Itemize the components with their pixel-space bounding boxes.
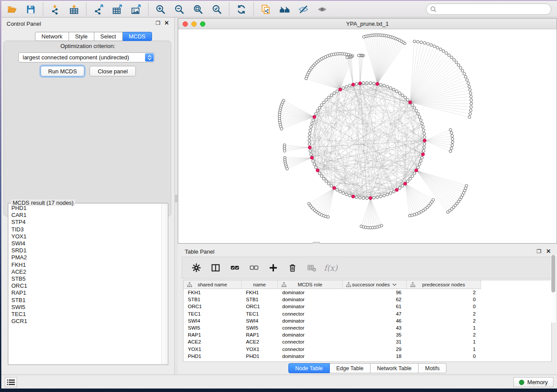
- mcds-result-item[interactable]: SRD1: [9, 247, 161, 254]
- column-header-successor-nodes[interactable]: successor nodes: [343, 280, 407, 289]
- tab-network[interactable]: Network: [35, 32, 69, 41]
- network-titlebar: YPA_prune.txt_1: [178, 19, 557, 29]
- refresh-layout-button[interactable]: [235, 3, 248, 15]
- cell-shared-name: FKH1: [183, 289, 242, 296]
- memory-button[interactable]: Memory: [513, 377, 554, 387]
- mcds-result-item[interactable]: GCR1: [9, 318, 161, 325]
- tab-node-table[interactable]: Node Table: [288, 363, 330, 373]
- function-builder-button[interactable]: f(x): [325, 262, 336, 273]
- vertical-splitter[interactable]: [175, 17, 178, 375]
- table-settings-button[interactable]: [191, 262, 201, 273]
- deselect-all-button[interactable]: [249, 262, 259, 273]
- table-row[interactable]: TEC1TEC1connector472: [183, 310, 551, 317]
- column-header-predecessor-nodes[interactable]: predecessor nodes: [407, 280, 481, 289]
- mcds-result-item[interactable]: TID3: [9, 226, 161, 233]
- cell-name: TEC1: [242, 310, 278, 317]
- mcds-list-scrollbar[interactable]: [161, 204, 166, 364]
- float-table-panel-icon[interactable]: ❐: [536, 248, 541, 254]
- run-mcds-button[interactable]: Run MCDS: [41, 66, 84, 76]
- table-row[interactable]: FKH1FKH1dominator962: [183, 289, 551, 296]
- table-scrollbar-track[interactable]: [551, 255, 556, 323]
- table-scrollbar-thumb[interactable]: [551, 255, 555, 292]
- table-row[interactable]: PHD1PHD1dominator180: [183, 353, 551, 360]
- tab-edge-table[interactable]: Edge Table: [330, 363, 370, 373]
- mcds-result-item[interactable]: PHD1: [9, 205, 161, 212]
- function-builder-icon: f(x): [324, 263, 338, 272]
- select-all-button[interactable]: [229, 262, 240, 273]
- mcds-result-item[interactable]: STP4: [9, 219, 161, 226]
- criterion-dropdown[interactable]: largest connected component (undirected): [18, 52, 155, 62]
- network-canvas[interactable]: [178, 29, 557, 243]
- show-columns-button[interactable]: [210, 262, 221, 273]
- save-session-button[interactable]: [24, 3, 37, 15]
- mcds-result-item[interactable]: STB5: [9, 275, 161, 282]
- table-row[interactable]: RAP1RAP1dominator352: [183, 331, 551, 338]
- mcds-result-item[interactable]: ACE2: [9, 268, 161, 275]
- network-graph[interactable]: [178, 29, 557, 243]
- memory-status-icon: [519, 380, 524, 385]
- refresh-layout-icon: [236, 4, 247, 15]
- tab-motifs[interactable]: Motifs: [419, 363, 446, 373]
- export-network-button[interactable]: [92, 3, 105, 15]
- import-network-button[interactable]: [48, 3, 62, 15]
- delete-row-button[interactable]: [287, 262, 298, 273]
- cell-predecessor-nodes: 0: [407, 353, 481, 360]
- open-session-button[interactable]: [5, 3, 18, 15]
- export-image-button[interactable]: [129, 3, 142, 15]
- open-session-icon: [7, 4, 17, 15]
- splitter-handle[interactable]: [175, 195, 177, 202]
- table-row[interactable]: ACE2ACE2connector311: [183, 338, 551, 345]
- import-table-button[interactable]: [67, 3, 80, 15]
- cell-successor-nodes: 62: [343, 296, 407, 303]
- mcds-result-item[interactable]: STB1: [9, 297, 161, 304]
- mcds-result-item[interactable]: SWI5: [9, 304, 161, 311]
- zoom-in-button[interactable]: [154, 3, 167, 15]
- zoom-out-button[interactable]: [173, 3, 186, 15]
- zoom-fit-button[interactable]: [191, 3, 204, 15]
- zoom-selected-button[interactable]: [210, 3, 223, 15]
- tab-select[interactable]: Select: [94, 32, 123, 41]
- mcds-result-item[interactable]: ORC1: [9, 282, 161, 289]
- delete-table-button[interactable]: [306, 262, 317, 273]
- close-panel-icon[interactable]: ✕: [164, 20, 169, 26]
- add-row-button[interactable]: [268, 262, 278, 273]
- cell-predecessor-nodes: 2: [407, 331, 481, 338]
- table-panel-title: Table Panel: [185, 248, 214, 255]
- table-row[interactable]: ORC1ORC1dominator610: [183, 303, 551, 310]
- search-input[interactable]: [426, 3, 551, 15]
- column-label: predecessor nodes: [422, 282, 465, 287]
- table-row[interactable]: SWI5SWI5connector431: [183, 324, 551, 331]
- mcds-result-item[interactable]: CAR1: [9, 212, 161, 219]
- first-neighbors-button[interactable]: [278, 3, 291, 15]
- mcds-result-item[interactable]: TEC1: [9, 311, 161, 318]
- task-history-button[interactable]: [5, 377, 17, 387]
- mcds-result-item[interactable]: FKH1: [9, 261, 161, 268]
- mcds-result-item[interactable]: PMA2: [9, 254, 161, 261]
- column-header-MCDS-role[interactable]: MCDS role: [278, 280, 343, 289]
- cell-MCDS-role: dominator: [278, 289, 343, 296]
- tab-mcds[interactable]: MCDS: [123, 32, 152, 41]
- mcds-result-item[interactable]: RAP1: [9, 289, 161, 296]
- mcds-result-item[interactable]: SWI4: [9, 240, 161, 247]
- cell-successor-nodes: 35: [343, 331, 407, 338]
- cell-shared-name: SWI5: [183, 324, 242, 331]
- zoom-selected-icon: [211, 4, 222, 15]
- duplicate-network-button[interactable]: [259, 3, 272, 15]
- tab-network-table[interactable]: Network Table: [370, 363, 419, 373]
- export-table-button[interactable]: [111, 3, 124, 15]
- close-panel-button[interactable]: Close panel: [90, 66, 136, 76]
- table-row[interactable]: SWI4SWI4dominator462: [183, 317, 551, 324]
- mcds-result-item[interactable]: YOX1: [9, 233, 161, 240]
- column-header-shared-name[interactable]: shared name: [183, 280, 242, 289]
- column-header-name[interactable]: name: [242, 280, 278, 289]
- table-row[interactable]: YOX1YOX1connector291: [183, 346, 551, 353]
- float-panel-icon[interactable]: ❐: [156, 20, 160, 26]
- search-box: [426, 3, 551, 15]
- show-all-button[interactable]: [315, 3, 329, 15]
- close-table-panel-icon[interactable]: ✕: [546, 248, 551, 254]
- cell-MCDS-role: connector: [278, 310, 343, 317]
- table-row[interactable]: STB1STB1dominator620: [183, 296, 551, 303]
- cell-predecessor-nodes: 2: [407, 310, 481, 317]
- hide-selected-button[interactable]: [297, 3, 310, 15]
- tab-style[interactable]: Style: [69, 32, 94, 41]
